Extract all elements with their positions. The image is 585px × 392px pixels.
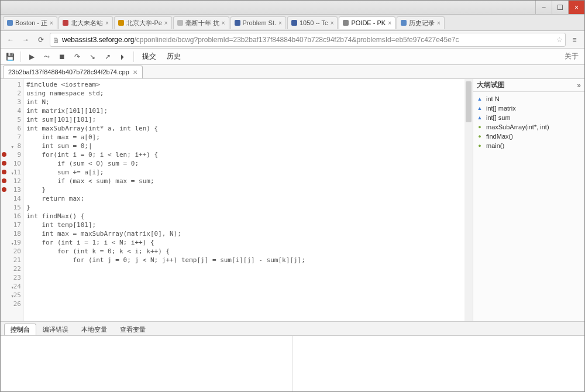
outline-item[interactable]: ●findMax() [474, 132, 583, 141]
gutter-line[interactable]: ▾24 [1, 282, 21, 291]
code-line[interactable]: sum += a[i]; [26, 168, 470, 177]
history-button[interactable]: 历史 [163, 50, 184, 63]
editor-scrollbar[interactable] [464, 79, 473, 321]
code-line[interactable]: return max; [26, 194, 470, 203]
browser-tab[interactable]: 北京大学-Pe× [114, 16, 172, 29]
stop-icon[interactable]: ⏹ [56, 51, 68, 63]
close-icon[interactable]: × [331, 20, 334, 26]
run-icon[interactable]: ▶ [26, 51, 37, 63]
code-line[interactable]: for (int j = 0; j < N; j++) temp[j] = su… [26, 256, 470, 264]
gutter-line[interactable]: 15 [1, 203, 21, 212]
code-line[interactable]: int findMax() { [26, 212, 470, 221]
breakpoint-icon[interactable] [2, 170, 6, 174]
save-icon[interactable]: 💾 [4, 51, 16, 63]
browser-tab[interactable]: Boston - 正× [3, 16, 57, 29]
code-line[interactable]: int max = maxSubArray(matrix[0], N); [26, 229, 470, 238]
code-line[interactable]: using namespace std; [26, 89, 470, 98]
close-icon[interactable]: × [278, 20, 282, 26]
fold-icon[interactable]: ▾ [9, 143, 14, 148]
gutter-line[interactable]: 5 [1, 115, 21, 124]
gutter-line[interactable]: 26 [1, 300, 21, 308]
editor-gutter[interactable]: 1234567▾8910▾1112131415161718▾1920212223… [1, 79, 24, 321]
gutter-line[interactable]: 13 [1, 185, 21, 194]
close-icon[interactable]: × [105, 20, 109, 26]
bottom-tab[interactable]: 编译错误 [36, 324, 75, 335]
submit-button[interactable]: 提交 [139, 50, 160, 63]
continue-icon[interactable]: ⏵ [117, 51, 129, 63]
bottom-tab[interactable]: 查看变量 [113, 324, 152, 335]
close-icon[interactable]: × [222, 20, 225, 26]
bookmark-star-icon[interactable]: ☆ [556, 36, 563, 44]
code-line[interactable]: for (int i = 1; i < N; i++) { [26, 238, 470, 247]
fold-icon[interactable]: ▾ [9, 239, 14, 245]
gutter-line[interactable]: 23 [1, 273, 21, 282]
gutter-line[interactable]: 7 [1, 133, 21, 142]
browser-tab[interactable]: 北大未名站× [58, 16, 113, 29]
close-icon[interactable]: × [437, 20, 441, 26]
gutter-line[interactable]: 2 [1, 89, 21, 98]
gutter-line[interactable]: 10 [1, 159, 21, 168]
console-output-left[interactable] [1, 336, 293, 391]
step-out-icon[interactable]: ↗ [102, 51, 113, 63]
breakpoint-icon[interactable] [2, 178, 6, 183]
gutter-line[interactable]: 14 [1, 194, 21, 203]
outline-item[interactable]: ●main() [474, 141, 583, 150]
code-line[interactable]: int temp[101]; [26, 221, 470, 229]
gutter-line[interactable]: 9 [1, 150, 21, 159]
close-icon[interactable]: × [50, 20, 53, 26]
breakpoint-icon[interactable] [2, 187, 6, 192]
fold-icon[interactable]: ▾ [9, 169, 14, 174]
code-line[interactable]: int sum = 0;| [26, 142, 470, 150]
gutter-line[interactable]: 21 [1, 256, 21, 264]
gutter-line[interactable]: ▾25 [1, 291, 21, 300]
debug-icon[interactable]: ⤳ [41, 51, 53, 63]
gutter-line[interactable]: ▾19 [1, 238, 21, 247]
file-tab[interactable]: 23b2baf137f84884b407b728c94f2b74.cpp ✕ [3, 66, 143, 78]
fold-icon[interactable]: ▾ [9, 292, 14, 297]
step-into-icon[interactable]: ↘ [87, 51, 98, 63]
fold-icon[interactable]: ▾ [9, 283, 14, 288]
breakpoint-icon[interactable] [2, 161, 6, 166]
browser-tab[interactable]: Problem St.× [230, 16, 286, 29]
bottom-tab[interactable]: 控制台 [4, 324, 36, 335]
gutter-line[interactable]: 4 [1, 106, 21, 115]
browser-tab[interactable]: 1050 -- Tc× [287, 16, 338, 29]
code-line[interactable]: int matrix[101][101]; [26, 106, 470, 115]
code-line[interactable]: if (max < sum) max = sum; [26, 177, 470, 185]
gutter-line[interactable]: ▾8 [1, 142, 21, 150]
menu-button[interactable]: ≡ [568, 33, 581, 46]
gutter-line[interactable]: 1 [1, 80, 21, 89]
console-output-right[interactable] [293, 336, 585, 391]
code-line[interactable]: for (int k = 0; k < i; k++) { [26, 247, 470, 256]
bottom-tab[interactable]: 本地变量 [75, 324, 113, 335]
outline-item[interactable]: ▲int[] sum [474, 113, 583, 122]
gutter-line[interactable]: 17 [1, 221, 21, 229]
outline-item[interactable]: ▲int N [474, 94, 583, 104]
code-line[interactable]: #include <iostream> [26, 80, 470, 89]
close-icon[interactable]: ✕ [133, 69, 137, 75]
browser-tab[interactable]: 历史记录× [397, 16, 445, 29]
browser-tab[interactable]: 毫断十年 抗× [173, 16, 229, 29]
collapse-icon[interactable]: » [577, 81, 581, 90]
code-line[interactable]: if (sum < 0) sum = 0; [26, 159, 470, 168]
gutter-line[interactable]: 12 [1, 177, 21, 185]
gutter-line[interactable]: 22 [1, 264, 21, 273]
address-bar[interactable]: 🗎 webassist3.seforge.org /cpponlineide/b… [50, 33, 566, 47]
nav-forward-button[interactable]: → [19, 33, 32, 46]
code-line[interactable]: int maxSubArray(int* a, int len) { [26, 124, 470, 133]
outline-item[interactable]: ▲int[] matrix [474, 104, 583, 113]
nav-reload-button[interactable]: ⟳ [35, 33, 47, 46]
step-over-icon[interactable]: ↷ [71, 51, 83, 63]
gutter-line[interactable]: 6 [1, 124, 21, 133]
gutter-line[interactable]: 20 [1, 247, 21, 256]
nav-back-button[interactable]: ← [4, 33, 17, 46]
code-line[interactable]: int sum[101][101]; [26, 115, 470, 124]
breakpoint-icon[interactable] [2, 152, 6, 157]
gutter-line[interactable]: 18 [1, 229, 21, 238]
code-line[interactable]: int N; [26, 98, 470, 106]
outline-item[interactable]: ●maxSubArray(int*, int) [474, 122, 583, 132]
browser-tab[interactable]: POIDE - PK× [339, 16, 395, 29]
close-icon[interactable]: × [388, 20, 391, 26]
window-maximize-button[interactable]: ☐ [552, 1, 568, 14]
gutter-line[interactable]: ▾11 [1, 168, 21, 177]
